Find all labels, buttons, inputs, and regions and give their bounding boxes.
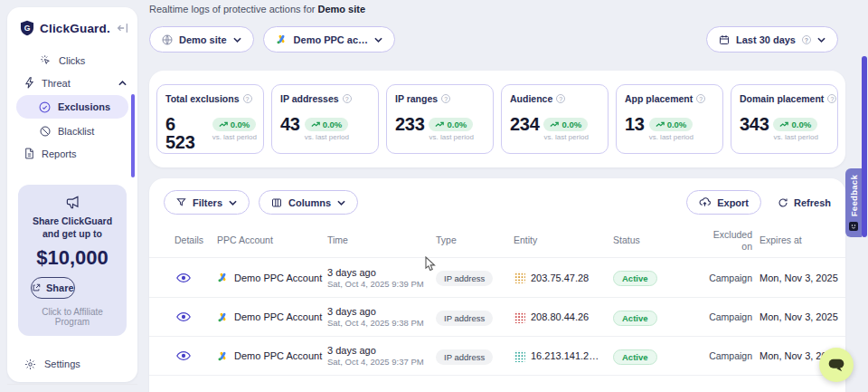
stat-value: 43	[280, 115, 300, 133]
row-type: IP address	[436, 348, 514, 365]
row-excluded-on: Campaign	[707, 272, 752, 283]
affiliate-promo-card[interactable]: Share ClickGuard and get up to $10,000 S…	[18, 185, 127, 336]
threat-lightning-icon	[24, 77, 34, 89]
share-button[interactable]: Share	[31, 277, 75, 299]
column-header: Excluded on	[707, 229, 752, 251]
stat-card: App placement ? 13 0.0% vs. last period	[616, 84, 723, 154]
trend-up-icon	[219, 121, 228, 128]
trend-up-icon	[311, 121, 320, 128]
help-icon[interactable]: ?	[441, 94, 450, 103]
help-icon[interactable]: ?	[802, 35, 811, 44]
stat-value: 234	[510, 115, 539, 133]
time-absolute: Sat, Oct 4, 2025 9:39 PM	[327, 279, 436, 289]
collapse-sidebar-icon[interactable]	[117, 23, 128, 33]
filters-dropdown[interactable]: Filters	[164, 190, 250, 215]
row-entity: 16.213.141.2…	[514, 350, 613, 362]
next-row-divider	[149, 375, 845, 387]
country-flag-icon	[514, 311, 525, 323]
clickguard-shield-logo-icon: G	[20, 20, 34, 36]
stat-label: IP addresses	[280, 93, 339, 104]
status-badge: Active	[613, 349, 657, 365]
page-scrollbar-thumb[interactable]	[862, 56, 867, 237]
type-badge: IP address	[436, 271, 493, 286]
refresh-button[interactable]: Refresh	[778, 197, 831, 208]
affiliate-program-link[interactable]: Click to Affiliate Program	[25, 307, 119, 327]
site-selector-value: Demo site	[179, 34, 227, 45]
exclusions-table-panel: Filters Columns	[149, 178, 845, 392]
site-selector-dropdown[interactable]: Demo site	[149, 26, 254, 53]
column-header: Status	[613, 234, 707, 245]
chevron-down-icon	[229, 200, 237, 206]
trend-badge: 0.0%	[649, 118, 693, 131]
row-details-button[interactable]	[175, 311, 217, 322]
country-flag-icon	[514, 272, 525, 283]
chat-bubble-icon	[827, 358, 845, 373]
row-type: IP address	[436, 309, 514, 326]
sidebar-item-label: Clicks	[59, 55, 85, 66]
ppc-account-name: Demo PPC Account	[234, 350, 322, 361]
row-ppc-account: Demo PPC Account	[217, 272, 327, 283]
row-details-button[interactable]	[175, 350, 217, 361]
chat-launcher-button[interactable]	[819, 348, 854, 382]
trend-value: 0.0%	[231, 120, 250, 129]
sidebar-item-label: Threat	[42, 78, 71, 89]
megaphone-icon	[25, 196, 119, 209]
external-link-icon	[32, 283, 41, 292]
stat-compare: vs. last period	[773, 133, 817, 141]
sidebar-item-label: Exclusions	[58, 101, 110, 112]
help-icon[interactable]: ?	[696, 94, 705, 103]
ppc-account-name: Demo PPC Account	[234, 272, 322, 283]
stat-compare: vs. last period	[305, 133, 349, 141]
country-flag-icon	[514, 350, 525, 362]
stat-compare: vs. last period	[429, 133, 473, 141]
table-row: Demo PPC Account 3 days ago Sat, Oct 4, …	[149, 297, 845, 336]
refresh-label: Refresh	[794, 197, 831, 208]
sidebar-item-blacklist[interactable]: Blacklist	[7, 120, 137, 142]
ppc-account-name: Demo PPC Account	[234, 311, 322, 322]
help-icon[interactable]: ?	[243, 94, 252, 103]
sidebar-item-exclusions[interactable]: Exclusions	[16, 95, 128, 119]
table-body: Demo PPC Account 3 days ago Sat, Oct 4, …	[149, 258, 845, 387]
clicks-cursor-icon	[40, 54, 52, 66]
row-time: 3 days ago Sat, Oct 4, 2025 9:38 PM	[327, 306, 436, 328]
page-subtitle: Realtime logs of protective actions for …	[149, 4, 365, 14]
column-header: Type	[436, 234, 514, 245]
promo-amount: $10,000	[25, 246, 119, 270]
trend-badge: 0.0%	[305, 118, 349, 131]
user-menu[interactable]: NA gmail.com naatali.ro@gmail.com	[7, 385, 137, 392]
ppc-account-selector-dropdown[interactable]: Demo PPC ac…	[263, 26, 396, 53]
time-relative: 3 days ago	[327, 345, 436, 356]
trend-up-icon	[779, 121, 788, 128]
row-expires-at: Mon, Nov 3, 2025	[752, 311, 840, 322]
stat-value: 13	[625, 115, 645, 133]
subtitle-prefix: Realtime logs of protective actions for	[149, 4, 315, 14]
sidebar-scrollbar-thumb[interactable]	[131, 94, 135, 177]
trend-up-icon	[550, 121, 559, 128]
table-row: Demo PPC Account 3 days ago Sat, Oct 4, …	[149, 336, 845, 375]
entity-value: 203.75.47.28	[531, 272, 589, 283]
sidebar-item-threat[interactable]: Threat	[7, 72, 137, 94]
help-icon[interactable]: ?	[827, 94, 836, 103]
table-header-row: Details PPC Account Time Type Entity Sta…	[149, 224, 845, 258]
help-icon[interactable]: ?	[343, 94, 352, 103]
sidebar-item-clicks[interactable]: Clicks	[7, 49, 137, 72]
help-icon[interactable]: ?	[556, 94, 565, 103]
columns-dropdown[interactable]: Columns	[259, 190, 358, 215]
row-details-button[interactable]	[175, 272, 217, 283]
date-range-dropdown[interactable]: Last 30 days ?	[706, 26, 838, 53]
feedback-tab[interactable]: Feedback	[845, 168, 862, 237]
export-label: Export	[717, 197, 749, 208]
export-button[interactable]: Export	[686, 190, 761, 215]
time-absolute: Sat, Oct 4, 2025 9:38 PM	[327, 318, 436, 328]
sidebar-item-reports[interactable]: Reports	[7, 142, 137, 165]
trend-badge: 0.0%	[543, 118, 588, 131]
settings-label: Settings	[44, 359, 80, 369]
row-ppc-account: Demo PPC Account	[217, 311, 327, 323]
status-badge: Active	[613, 311, 657, 326]
date-range-value: Last 30 days	[736, 34, 796, 45]
column-header: Entity	[514, 234, 613, 245]
sidebar-item-settings[interactable]: Settings	[7, 354, 137, 374]
stat-value: 343	[740, 115, 769, 133]
trend-up-icon	[656, 121, 665, 128]
reports-document-icon	[24, 148, 34, 159]
